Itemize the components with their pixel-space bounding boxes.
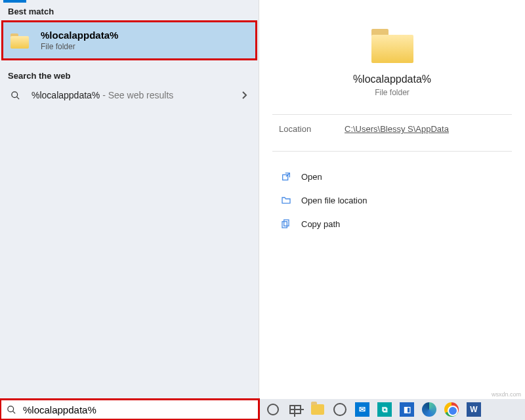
folder-icon [10,33,29,49]
web-result-text: %localappdata% - See web results [32,90,242,100]
taskbar-app-blue[interactable]: ◧ [397,400,417,419]
web-result-row[interactable]: %localappdata% - See web results [0,83,259,107]
action-open-label: Open [301,172,322,182]
search-results-pane: Best match %localappdata% File folder Se… [0,0,259,399]
edge-icon[interactable] [419,400,439,419]
open-icon [279,171,293,182]
best-match-subtitle: File folder [41,42,118,51]
action-open-file-location[interactable]: Open file location [279,188,505,212]
svg-line-7 [12,411,15,413]
cortana-icon[interactable] [263,400,283,419]
taskbar-search[interactable] [0,399,259,420]
best-match-title: %localappdata% [41,30,118,41]
best-match-text: %localappdata% File folder [41,30,118,51]
mail-icon[interactable]: ✉ [352,400,372,419]
file-explorer-icon[interactable] [308,400,327,419]
location-label: Location [279,124,345,134]
folder-icon [371,26,413,63]
copy-icon [279,218,293,230]
action-copy-path[interactable]: Copy path [279,212,505,236]
search-icon [10,91,22,100]
word-icon[interactable]: W [464,400,484,419]
web-result-query: %localappdata% [32,90,100,100]
preview-title: %localappdata% [272,74,512,85]
action-open[interactable]: Open [279,165,505,188]
web-header: Search the web [0,67,259,83]
best-match-header: Best match [0,3,259,19]
action-open-location-label: Open file location [301,196,367,205]
svg-rect-4 [284,220,289,226]
chevron-right-icon[interactable] [242,91,248,100]
search-input[interactable] [23,404,253,415]
preview-pane: %localappdata% File folder Location C:\U… [259,0,525,399]
task-view-icon[interactable] [285,400,305,419]
store-icon[interactable]: ⧉ [375,400,394,419]
svg-line-1 [16,96,19,99]
divider [272,151,512,152]
watermark: wsxdn.com [492,391,521,398]
svg-point-0 [12,91,18,97]
open-location-icon [279,194,293,206]
web-result-suffix: - See web results [100,90,173,100]
taskbar-app-circle[interactable] [330,400,350,419]
search-icon [7,405,16,415]
location-value[interactable]: C:\Users\Blessy S\AppData [345,124,449,134]
taskbar: ✉ ⧉ ◧ W [0,399,525,420]
svg-point-6 [8,406,14,411]
action-copy-path-label: Copy path [301,219,340,229]
divider [272,114,512,115]
chrome-icon[interactable] [442,400,461,419]
preview-subtitle: File folder [272,88,512,97]
best-match-result[interactable]: %localappdata% File folder [3,22,256,59]
svg-rect-5 [282,222,287,228]
